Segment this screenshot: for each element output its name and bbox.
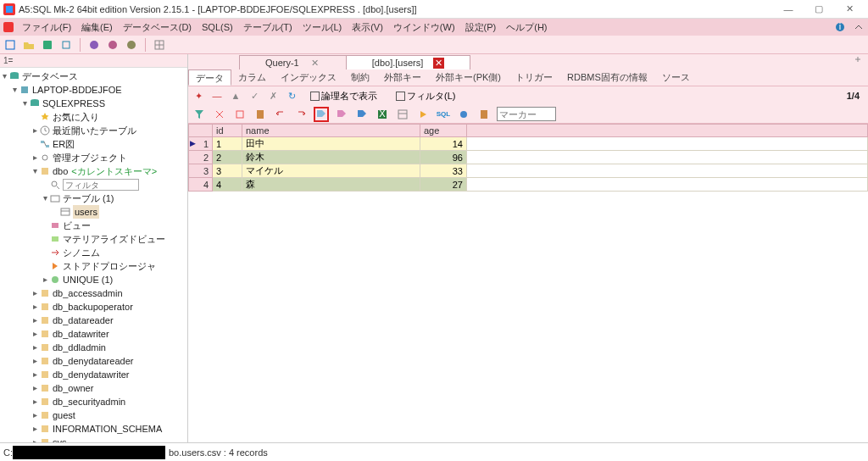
redo-icon[interactable]	[293, 107, 309, 122]
col-age[interactable]: age	[420, 125, 467, 137]
subtab-data[interactable]: データ	[188, 69, 231, 86]
cell-name[interactable]: 森	[242, 178, 420, 192]
tree-views[interactable]: ビュー	[63, 219, 91, 232]
sql-icon[interactable]: SQL	[436, 107, 451, 122]
menu-settings[interactable]: 設定(P)	[460, 19, 502, 36]
tree-schema[interactable]: db_datawriter	[53, 327, 109, 341]
tree-schema[interactable]: db_ddladmin	[53, 341, 106, 354]
filter-checkbox[interactable]: フィルタ(L)	[396, 90, 455, 103]
filter-icon[interactable]	[192, 107, 207, 122]
menu-help[interactable]: ヘルプ(H)	[501, 19, 552, 36]
cell-id[interactable]: 1	[213, 137, 242, 151]
tree-schema[interactable]: db_securityadmin	[53, 395, 125, 408]
grid-icon[interactable]	[153, 38, 166, 52]
cell-id[interactable]: 4	[213, 178, 242, 192]
cell-age[interactable]: 27	[420, 178, 467, 192]
tag-highlighted-icon[interactable]	[314, 107, 329, 122]
tree-matviews[interactable]: マテリアライズドビュー	[63, 232, 165, 246]
tree-schema[interactable]: db_backupoperator	[53, 300, 133, 314]
open-icon[interactable]	[22, 38, 36, 52]
tag3-icon[interactable]	[354, 107, 370, 122]
cell-age[interactable]: 14	[420, 137, 467, 151]
tree-schema[interactable]: db_owner	[53, 381, 93, 395]
data-grid[interactable]: id name age ▶11田中1422鈴木9633マイケル3344森27	[188, 124, 868, 442]
tree-instance[interactable]: SQLEXPRESS	[42, 97, 105, 110]
subtab-source[interactable]: ソース	[655, 69, 698, 86]
menu-database[interactable]: データベース(D)	[118, 19, 197, 36]
cell-id[interactable]: 3	[213, 164, 242, 178]
pin-icon[interactable]	[853, 56, 863, 66]
tree-users[interactable]: users	[73, 205, 99, 219]
logical-name-checkbox[interactable]: 論理名で表示	[310, 90, 377, 103]
delete-row-icon[interactable]: —	[210, 89, 224, 103]
up-icon[interactable]	[853, 21, 865, 33]
book-icon[interactable]	[476, 107, 492, 122]
menu-tool[interactable]: ツール(L)	[298, 19, 347, 36]
tree-schema[interactable]: db_accessadmin	[53, 286, 123, 300]
tree-unique[interactable]: UNIQUE (1)	[63, 273, 113, 286]
tree-schema[interactable]: INFORMATION_SCHEMA	[53, 422, 162, 436]
tree-server[interactable]: LAPTOP-BDDEJFOE	[32, 83, 122, 97]
tree-recent[interactable]: 最近開いたテーブル	[53, 124, 136, 137]
tree-er[interactable]: ER図	[53, 137, 75, 151]
tree-schema[interactable]: sys	[53, 436, 67, 442]
menu-table[interactable]: テーブル(T)	[238, 19, 298, 36]
sidebar-tab[interactable]: 1=	[0, 54, 187, 68]
subtab-constraint[interactable]: 制約	[344, 69, 377, 86]
tree-synonyms[interactable]: シノニム	[63, 246, 100, 259]
run-icon[interactable]	[87, 38, 101, 52]
tree-schema[interactable]: db_denydatawriter	[53, 368, 130, 381]
cog-icon[interactable]	[456, 107, 471, 122]
subtab-fk-pk[interactable]: 外部キー(PK側)	[429, 69, 509, 86]
tag2-icon[interactable]	[334, 107, 349, 122]
cell-name[interactable]: マイケル	[242, 164, 420, 178]
csv-icon[interactable]	[395, 107, 410, 122]
row-number[interactable]: 3	[189, 164, 213, 178]
add-row-icon[interactable]: ✦	[192, 89, 205, 103]
refresh-icon[interactable]: ↻	[285, 89, 298, 103]
cancel-icon[interactable]: ✗	[266, 89, 280, 103]
commit-icon[interactable]	[106, 38, 120, 52]
menu-view[interactable]: 表示(V)	[347, 19, 388, 36]
check-icon[interactable]: ✓	[248, 89, 261, 103]
tab-query1[interactable]: Query-1✕	[239, 55, 347, 69]
col-name[interactable]: name	[242, 125, 420, 137]
subtab-rdbms[interactable]: RDBMS固有の情報	[560, 69, 655, 86]
row-number[interactable]: 2	[189, 151, 213, 164]
subtab-trigger[interactable]: トリガー	[509, 69, 560, 86]
cell-id[interactable]: 2	[213, 151, 242, 164]
menu-file[interactable]: ファイル(F)	[17, 19, 76, 36]
tree-schema[interactable]: db_denydatareader	[53, 354, 133, 368]
row-number[interactable]: 4	[189, 178, 213, 192]
tree-dbo[interactable]: dbo	[53, 164, 68, 178]
tree-procs[interactable]: ストアドプロシージャ	[63, 259, 156, 273]
tab-users[interactable]: [dbo].[users]✕	[346, 55, 471, 69]
tree-schema[interactable]: db_datareader	[53, 314, 114, 327]
tab-close-icon[interactable]: ✕	[433, 58, 444, 69]
tree-fav[interactable]: お気に入り	[53, 110, 99, 124]
col-rownum[interactable]	[189, 125, 213, 137]
cell-name[interactable]: 鈴木	[242, 151, 420, 164]
col-id[interactable]: id	[213, 125, 242, 137]
tree-mgmt[interactable]: 管理オブジェクト	[53, 151, 127, 164]
copy2-icon[interactable]	[232, 107, 248, 122]
paste-icon[interactable]	[253, 107, 268, 122]
close-button[interactable]: ✕	[834, 1, 865, 18]
tree-root[interactable]: データベース	[22, 69, 78, 83]
cell-age[interactable]: 33	[420, 164, 467, 178]
minimize-button[interactable]: —	[773, 1, 804, 18]
subtab-index[interactable]: インデックス	[274, 69, 344, 86]
save-icon[interactable]	[41, 38, 54, 52]
cell-age[interactable]: 96	[420, 151, 467, 164]
maximize-button[interactable]: ▢	[804, 1, 834, 18]
menu-edit[interactable]: 編集(E)	[76, 19, 118, 36]
edit-icon[interactable]: ▲	[229, 89, 242, 103]
subtab-column[interactable]: カラム	[231, 69, 274, 86]
tree-tables[interactable]: テーブル (1)	[63, 192, 114, 205]
subtab-fk[interactable]: 外部キー	[377, 69, 429, 86]
cell-name[interactable]: 田中	[242, 137, 420, 151]
menu-window[interactable]: ウインドウ(W)	[388, 19, 460, 36]
excel-icon[interactable]: X	[375, 107, 390, 122]
row-number[interactable]: ▶1	[189, 137, 213, 151]
tree-filter-input[interactable]	[63, 179, 139, 191]
